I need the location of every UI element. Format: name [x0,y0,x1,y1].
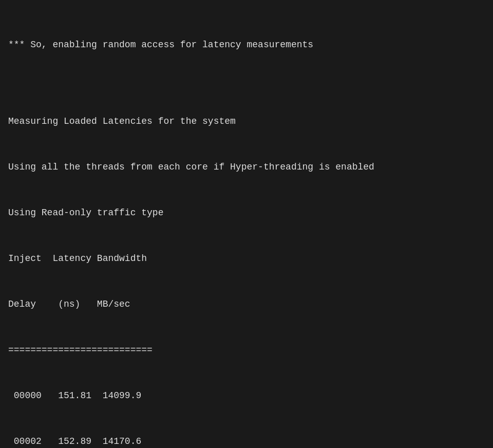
terminal-window: *** So, enabling random access for laten… [0,0,493,448]
line-using-threads: Using all the threads from each core if … [8,160,485,175]
data-row-00002: 00002 152.89 14170.6 [8,434,485,448]
line-separator: ========================== [8,343,485,358]
line-random-access: *** So, enabling random access for laten… [8,38,485,53]
data-row-00000: 00000 151.81 14099.9 [8,388,485,404]
line-measuring: Measuring Loaded Latencies for the syste… [8,114,485,129]
line-using-traffic: Using Read-only traffic type [8,206,485,221]
line-header-2: Delay (ns) MB/sec [8,297,485,312]
line-header-1: Inject Latency Bandwidth [8,251,485,267]
